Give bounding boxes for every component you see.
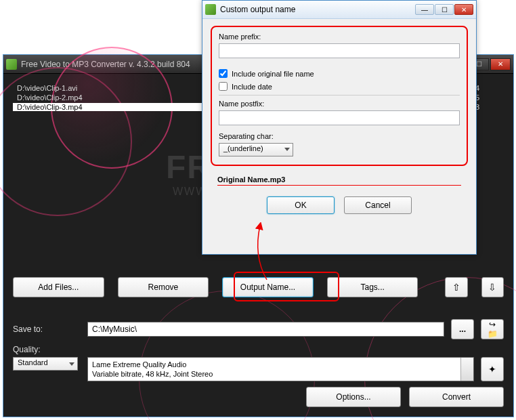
save-to-input[interactable] [87,322,444,337]
chevron-down-icon [465,366,470,370]
arrow-down-icon [488,282,496,293]
quality-label: Quality: [13,345,81,354]
quality-row: Quality: Standard Lame Extreme Quality A… [13,345,504,381]
include-original-label: Include original file name [232,70,314,78]
ellipsis-icon [459,324,466,334]
remove-button[interactable]: Remove [118,277,209,297]
dialog-title: Custom output name [220,5,415,14]
sep-char-value: _(underline) [223,144,263,152]
wizard-button[interactable] [481,357,504,381]
move-down-button[interactable] [481,277,504,297]
app-icon [6,59,17,70]
dialog-buttons: OK Cancel [211,196,468,214]
ok-button[interactable]: OK [267,196,335,214]
dialog-close-button[interactable]: ✕ [454,4,473,15]
bottom-row: Options... Convert [306,387,504,407]
options-button[interactable]: Options... [306,387,401,407]
save-to-label: Save to: [13,324,81,334]
separator [219,95,460,96]
move-up-button[interactable] [445,277,467,297]
add-files-button[interactable]: Add Files... [13,277,104,297]
include-date-checkbox[interactable] [219,82,228,91]
tags-button[interactable]: Tags... [327,277,418,297]
quality-preset-select[interactable]: Lame Extreme Quality Audio Variable bitr… [87,357,474,381]
include-original-checkbox[interactable] [219,69,228,78]
quality-select[interactable]: Standard [13,357,78,371]
close-button[interactable]: ✕ [490,58,511,70]
sep-char-label: Separating char: [219,132,460,140]
name-postfix-label: Name postfix: [219,100,460,108]
dialog-group: Name prefix: Include original file name … [211,26,468,166]
include-date-label: Include date [232,83,272,91]
quality-desc-line: Lame Extreme Quality Audio [92,360,469,369]
toolbar: Add Files... Remove Output Name... Tags.… [13,277,504,297]
app-icon [205,4,216,15]
name-postfix-input[interactable] [219,110,460,125]
sep-char-select[interactable]: _(underline) [219,143,293,156]
quality-desc-line: Variable bitrate, 48 kHz, Joint Stereo [92,369,469,379]
output-preview: Original Name.mp3 [217,175,468,184]
name-prefix-label: Name prefix: [219,33,460,41]
browse-button[interactable] [451,319,474,339]
convert-button[interactable]: Convert [409,387,504,407]
open-folder-icon [487,320,498,339]
output-name-button[interactable]: Output Name... [222,277,314,297]
save-to-row: Save to: [13,319,504,339]
annotation-underline [217,185,461,186]
wand-icon [488,364,496,375]
quality-selected-value: Standard [18,358,48,366]
dialog-content: Name prefix: Include original file name … [202,19,476,254]
arrow-up-icon [452,282,460,293]
dialog-minimize-button[interactable]: — [415,4,434,15]
cancel-button[interactable]: Cancel [344,196,412,214]
name-prefix-input[interactable] [219,43,460,58]
dialog-maximize-button[interactable]: ☐ [435,4,454,15]
open-folder-button[interactable] [481,319,504,339]
dialog-titlebar[interactable]: Custom output name — ☐ ✕ [202,1,476,19]
custom-output-name-dialog: Custom output name — ☐ ✕ Name prefix: In… [202,0,477,255]
